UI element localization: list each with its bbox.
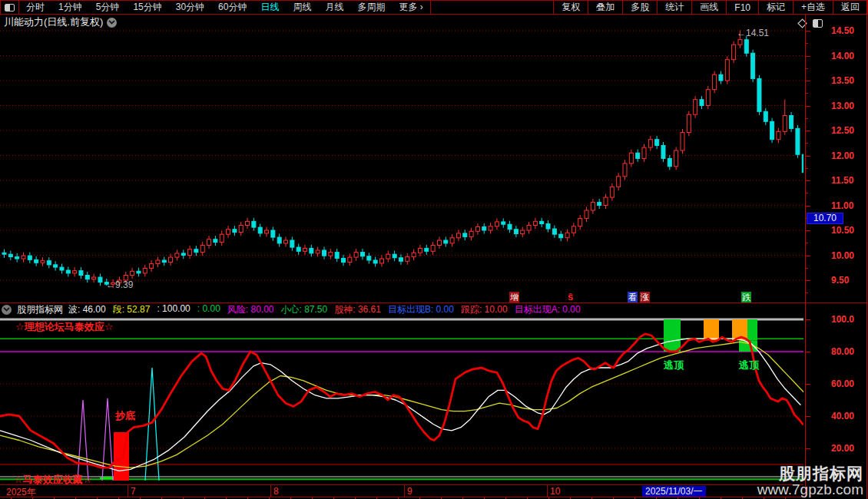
axis-minor-tick — [805, 292, 808, 293]
indicator-axis-label: 100.0 — [831, 314, 854, 325]
period-menu: 分时1分钟5分钟15分钟30分钟60分钟日线周线月线多周期更多 › — [19, 1, 431, 14]
price-axis-label: 11.50 — [831, 175, 853, 186]
action-menu-item-1[interactable]: 叠加 — [588, 1, 622, 14]
indicator-value-8: 跟踪: 10.00 — [461, 303, 508, 316]
axis-minor-tick — [805, 43, 808, 44]
price-axis-label: 11.00 — [831, 200, 853, 211]
axis-minor-tick — [805, 168, 808, 169]
axis-tick — [805, 206, 810, 207]
action-menu-item-3[interactable]: 统计 — [657, 1, 691, 14]
axis-tick — [805, 81, 810, 81]
indicator-label-2: 抄底 — [115, 409, 135, 423]
action-menu-item-5[interactable]: F10 — [726, 1, 758, 14]
candlestick-chart[interactable] — [0, 29, 803, 302]
axis-tick — [805, 230, 810, 231]
chart-signal-marker-1: ŝ — [567, 292, 574, 302]
axis-minor-tick — [805, 93, 808, 94]
screen-right-border — [866, 0, 867, 499]
axis-tick — [805, 448, 810, 449]
indicator-label-0: ☆理想论坛马泰效应☆ — [15, 320, 113, 334]
action-menu-item-4[interactable]: 画线 — [691, 1, 726, 14]
price-axis-label: 12.50 — [831, 125, 854, 136]
period-menu-item-0[interactable]: 分时 — [19, 1, 51, 14]
indicator-name: 股朋指标网 — [17, 303, 63, 316]
axis-tick — [805, 31, 810, 31]
indicator-axis-label: 40.00 — [831, 411, 854, 421]
indicator-axis-label: 80.00 — [831, 346, 854, 357]
date-axis-label-2: 8 — [273, 486, 279, 497]
indicator-value-0: 波: 46.00 — [68, 303, 106, 316]
panel-toggle-button[interactable] — [1, 1, 19, 14]
action-menu-item-6[interactable]: 标记 — [758, 1, 793, 14]
axis-minor-tick — [805, 118, 808, 119]
price-axis-label: 14.00 — [831, 51, 854, 61]
axis-tick — [805, 180, 810, 181]
action-menu-item-8[interactable]: 返回 — [833, 1, 867, 14]
indicator-value-2: : 100.00 — [157, 303, 190, 316]
axis-tick — [805, 280, 810, 281]
period-menu-item-10[interactable]: 更多 › — [392, 1, 429, 14]
axis-tick — [805, 56, 810, 57]
current-date-tag: 2025/11/03/一 — [642, 486, 706, 497]
period-menu-item-7[interactable]: 周线 — [286, 1, 318, 14]
chart-signal-marker-3: 涨 — [640, 292, 650, 302]
price-axis-label: 10.00 — [831, 250, 854, 261]
date-axis-separator — [128, 485, 128, 497]
indicator-chart[interactable] — [0, 315, 803, 484]
axis-tick — [805, 156, 810, 157]
period-menu-item-1[interactable]: 1分钟 — [51, 1, 89, 14]
axis-line — [805, 15, 806, 497]
indicator-value-3: : 0.00 — [197, 303, 220, 316]
indicator-value-6: 股神: 36.61 — [334, 303, 381, 316]
chart-signal-marker-2: 看 — [628, 292, 638, 302]
axis-tick — [805, 384, 810, 385]
indicator-value-7: 目标出现B: 0.00 — [388, 303, 454, 316]
axis-minor-tick — [805, 143, 808, 144]
chart-signal-marker-0: 增 — [509, 292, 519, 302]
indicator-value-1: 段: 52.87 — [113, 303, 151, 316]
price-axis-label: 13.00 — [831, 101, 854, 111]
period-menu-item-9[interactable]: 多周期 — [350, 1, 392, 14]
date-axis-label-1: 7 — [131, 486, 136, 497]
period-menu-item-4[interactable]: 30分钟 — [169, 1, 211, 14]
price-axis-label: 12.00 — [831, 150, 854, 161]
stock-title: 川能动力(日线.前复权) — [4, 15, 103, 29]
indicator-label-4: 逃顶 — [739, 359, 759, 372]
collapse-chevron-icon[interactable] — [2, 305, 12, 315]
axis-minor-tick — [805, 243, 808, 243]
watermark-site-name: 股朋指标网 — [757, 465, 863, 482]
indicator-header: 股朋指标网 波: 46.00段: 52.87: 100.00: 0.00风险: … — [0, 304, 803, 315]
period-menu-item-2[interactable]: 5分钟 — [89, 1, 127, 14]
menubar: 分时1分钟5分钟15分钟30分钟60分钟日线周线月线多周期更多 › 复权叠加多股… — [0, 0, 868, 15]
axis-tick — [805, 416, 810, 417]
price-axis-label: 9.50 — [831, 275, 849, 286]
action-menu-item-7[interactable]: +自选 — [793, 1, 833, 14]
period-menu-item-6[interactable]: 日线 — [253, 1, 286, 14]
axis-tick — [805, 256, 810, 256]
date-axis-separator — [270, 485, 271, 497]
axis-minor-tick — [805, 268, 808, 269]
action-menu-item-2[interactable]: 多股 — [622, 1, 657, 14]
high-price-annotation: ←14.51 — [737, 28, 769, 38]
price-axis: 14.5014.0013.5013.0012.5012.0011.5011.00… — [805, 15, 868, 497]
date-axis-label-3: 9 — [407, 486, 412, 497]
last-price-tag: 10.70 — [807, 213, 843, 224]
chevron-down-icon[interactable] — [107, 18, 117, 28]
date-axis-separator — [404, 485, 405, 497]
split-panel-icon — [5, 4, 15, 12]
low-price-annotation: ←9.39 — [106, 279, 133, 290]
axis-minor-tick — [805, 68, 808, 69]
indicator-axis-label: 20.00 — [831, 443, 854, 454]
axis-tick — [805, 319, 810, 320]
period-menu-item-8[interactable]: 月线 — [318, 1, 350, 14]
action-menu-item-0[interactable]: 复权 — [553, 1, 588, 14]
period-menu-item-3[interactable]: 15分钟 — [126, 1, 168, 14]
price-axis-label: 10.50 — [831, 225, 854, 236]
indicator-value-5: 小心: 87.50 — [281, 303, 328, 316]
axis-tick — [805, 352, 810, 352]
action-menu: 复权叠加多股统计画线F10标记+自选返回 — [553, 1, 867, 14]
axis-tick — [805, 131, 810, 131]
period-menu-item-5[interactable]: 60分钟 — [211, 1, 253, 14]
indicator-label-3: 逃顶 — [664, 359, 684, 372]
date-axis[interactable]: 2025年789102025/11/03/一 — [0, 484, 803, 497]
